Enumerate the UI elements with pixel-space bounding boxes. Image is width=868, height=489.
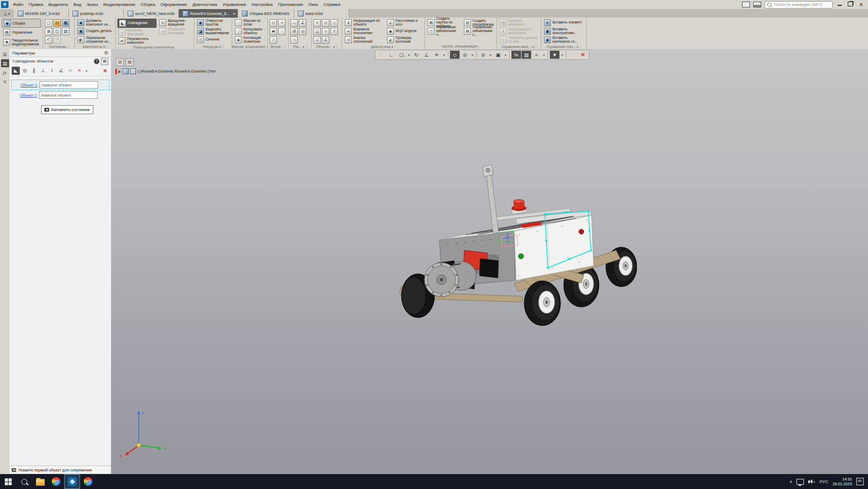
close-command-icon[interactable]: ✕ [101, 68, 109, 74]
record-view-icon[interactable]: ▣ [493, 51, 503, 59]
preview-icon[interactable] [53, 28, 61, 35]
home-button[interactable]: ⌂▾ [0, 9, 14, 18]
window-layout-icon[interactable] [742, 2, 750, 7]
select-material-button[interactable]: Выбрать материал... [499, 19, 539, 27]
linear-dimension-icon[interactable] [290, 19, 298, 27]
redo-icon[interactable] [53, 36, 61, 44]
angle-dimension-icon[interactable] [299, 19, 306, 27]
group-expand-icon[interactable]: ⁞ [176, 45, 177, 49]
normal-view-icon[interactable]: ∟ [386, 51, 396, 59]
tab-rover-active[interactable]: RoverE4-Dummie_6...× [179, 9, 238, 18]
section-button[interactable]: Сечение [196, 36, 230, 44]
aux-point-icon[interactable] [278, 28, 286, 35]
create-part-button[interactable]: Создать деталь [76, 27, 114, 35]
tolerance-icon[interactable] [313, 36, 321, 44]
restore-button[interactable] [847, 2, 854, 7]
aux-line-icon[interactable] [270, 36, 277, 44]
taskbar-search-button[interactable] [16, 474, 32, 489]
object2-input[interactable] [39, 91, 98, 99]
menu-item[interactable]: Файл [10, 2, 26, 7]
coordinate-axes-icon[interactable]: ✛ [432, 51, 441, 59]
object-info-button[interactable]: Информация об объекте [344, 19, 384, 27]
start-button[interactable] [0, 474, 16, 489]
group-expand-icon[interactable]: ⁞ [394, 45, 396, 49]
linked-drawings-button[interactable]: Управление связанными ч... [427, 27, 461, 35]
menu-item[interactable]: Справка [321, 2, 343, 7]
datum-icon[interactable] [313, 28, 321, 35]
deviation-analysis-button[interactable]: Анализ отклонений [344, 36, 384, 44]
section-view-icon[interactable]: % [511, 51, 521, 59]
layers-icon[interactable]: ≡ [532, 51, 541, 59]
diameter-dimension-icon[interactable] [290, 28, 298, 35]
menu-item[interactable]: Оформление [158, 2, 190, 7]
object1-link[interactable]: Объект 1 [13, 83, 37, 88]
group-menu-icon[interactable]: ▾ [103, 45, 105, 49]
orientation-dropdown-icon[interactable]: ▾ [470, 51, 475, 59]
hide-dropdown-icon[interactable]: ▾ [488, 51, 493, 59]
mode-assembly-button[interactable]: Сборка [2, 19, 41, 28]
roughness-icon[interactable] [313, 19, 321, 27]
save-icon[interactable] [62, 19, 69, 27]
expand-arrow-icon[interactable]: ▶ [119, 69, 121, 73]
screen-mode-icon[interactable] [753, 2, 761, 7]
geometry-collection-button[interactable]: Коллекция геометрии [234, 36, 266, 44]
record-dropdown-icon[interactable]: ▾ [503, 51, 508, 59]
volume-muted-icon[interactable]: × [808, 479, 815, 484]
command-search[interactable] [764, 1, 833, 9]
group-menu-icon[interactable]: ▾ [577, 45, 578, 49]
model-breadcrumb[interactable]: ▶ (-)RoverE4-Dummie RoverE4-Dummie (Тел [115, 68, 215, 74]
filter-icon[interactable]: ▼ [550, 51, 559, 59]
copy-objects-button[interactable]: Копировать объекты [234, 27, 266, 35]
group-expand-icon[interactable]: ⁞ [106, 45, 107, 49]
mate-problems-icon[interactable]: !!! [75, 67, 83, 75]
material-info-button[interactable]: Информация о материале... [499, 27, 539, 35]
image-quality-icon[interactable]: ▨ [522, 51, 531, 59]
reference-dimension-icon[interactable] [299, 28, 306, 35]
object1-input[interactable] [40, 81, 98, 89]
mass-properties-button[interactable]: МЦХ модели [386, 27, 421, 35]
mate-tangent-icon[interactable]: ∩ [66, 67, 74, 75]
front-right-wheel[interactable] [524, 281, 561, 326]
group-expand-icon[interactable]: ⁞ [306, 45, 307, 49]
marking-icon[interactable] [322, 28, 329, 35]
insert-fastener-button[interactable]: Вставить крепежное со... [543, 36, 585, 44]
mate-concentric-icon[interactable]: ◎ [21, 67, 29, 75]
group-menu-icon[interactable]: ▾ [219, 45, 221, 49]
minimize-button[interactable] [836, 2, 843, 7]
enable-fixation-button[interactable]: Включить фиксацию [117, 28, 156, 36]
menu-item[interactable]: Диагностика [190, 2, 219, 7]
close-button[interactable]: × [857, 2, 865, 7]
tab-sborka[interactable]: Сборка БЕЗ ИМЕНИ1 [238, 9, 294, 18]
mate-more-icon[interactable]: ▾ [84, 67, 89, 75]
search-input[interactable] [773, 2, 830, 7]
emergency-stop-button[interactable] [512, 200, 527, 214]
group-expand-icon[interactable]: ⁞ [68, 45, 69, 49]
notation-angle-icon[interactable] [322, 36, 329, 44]
grid-array-button[interactable]: Массив по сетке [234, 19, 266, 27]
group-menu-icon[interactable]: ▾ [391, 45, 393, 49]
leader-icon[interactable] [322, 19, 329, 27]
position-icon[interactable] [330, 19, 338, 27]
aux-plane-icon[interactable] [270, 19, 277, 27]
mate-distance-icon[interactable]: I [48, 67, 56, 75]
cancel-icon[interactable]: ✕ [578, 51, 588, 59]
orbit-icon[interactable]: ↻ [412, 51, 421, 59]
text-icon[interactable] [330, 28, 338, 35]
variables-panel-icon[interactable]: fx [1, 68, 9, 76]
menu-item[interactable]: Вид [71, 2, 84, 7]
axes-dropdown-icon[interactable]: ▾ [442, 51, 446, 59]
simple-hole-button[interactable]: Отверстие простое [196, 19, 230, 27]
model-tree-toggle-icon[interactable]: ⊟ [116, 58, 124, 66]
tab-close-icon[interactable]: × [231, 11, 235, 16]
distance-angle-button[interactable]: Расстояние и угол [386, 19, 421, 27]
group-menu-icon[interactable]: ▾ [303, 45, 304, 49]
group-expand-icon[interactable]: ⁞ [479, 44, 480, 48]
group-expand-icon[interactable]: ⁞ [336, 45, 337, 49]
rotate-icon[interactable]: ∠ [422, 51, 431, 59]
tab-mg995[interactable]: MG995-180_3.m3d [14, 9, 69, 18]
group-expand-icon[interactable]: ⁞ [535, 45, 536, 49]
clock[interactable]: 14:51 28.02.2025 [832, 477, 852, 486]
zoom-icon[interactable] [397, 51, 406, 59]
linked-specs-button[interactable]: Управление связанными с... [463, 27, 495, 35]
composition-toggle-icon[interactable]: ⊞ [125, 58, 133, 66]
